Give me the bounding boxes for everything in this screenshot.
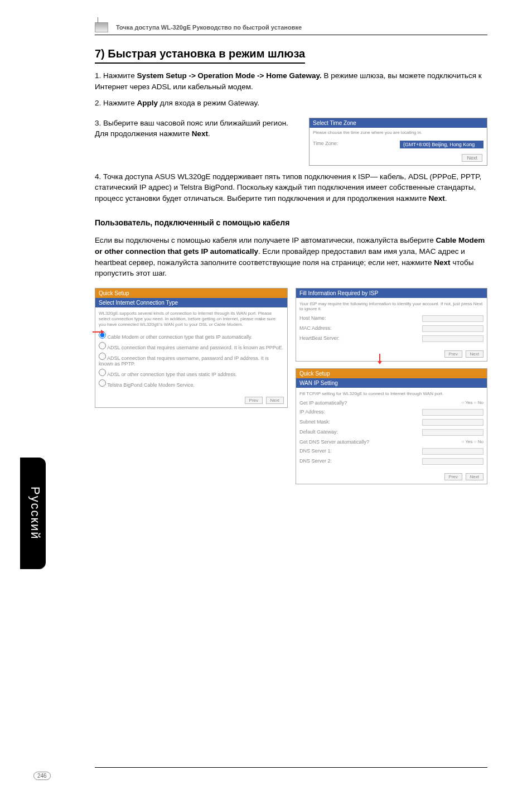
host-name-label: Host Name: bbox=[299, 315, 326, 322]
wan-row: Default Gateway: bbox=[299, 427, 483, 437]
wan-next-button[interactable]: Next bbox=[466, 473, 483, 480]
conn-next-button[interactable]: Next bbox=[266, 397, 284, 404]
wan-row-option[interactable]: ○ Yes ○ No bbox=[462, 439, 483, 445]
opt-pppoe-label: ADSL connection that requires username a… bbox=[107, 345, 283, 350]
wan-prev-button[interactable]: Prev bbox=[444, 473, 462, 480]
wan-row: Get IP automatically?○ Yes ○ No bbox=[299, 398, 483, 407]
opt-cable[interactable]: Cable Modem or other connection type tha… bbox=[99, 331, 284, 340]
page-number: 246 bbox=[33, 772, 51, 780]
step-4: 4. Точка доступа ASUS WL320gE поддержива… bbox=[95, 171, 487, 204]
timezone-panel-desc: Please choose the time zone where you ar… bbox=[309, 128, 487, 137]
wan-row-field[interactable] bbox=[422, 448, 483, 455]
isp-prev-button[interactable]: Prev bbox=[444, 350, 462, 358]
wan-row-label: Get IP automatically? bbox=[299, 400, 347, 406]
conn-prev-button[interactable]: Prev bbox=[245, 397, 263, 404]
wan-row: Get DNS Server automatically?○ Yes ○ No bbox=[299, 437, 483, 446]
step-4-bold: Next bbox=[429, 194, 445, 203]
mac-label: MAC Address: bbox=[299, 325, 332, 332]
cable-p-bold2: Next bbox=[434, 258, 450, 267]
wan-ip-header2: WAN IP Setting bbox=[296, 378, 487, 388]
opt-bigpond-label: Telstra BigPond Cable Modem Service. bbox=[107, 382, 195, 388]
opt-pptp[interactable]: ADSL connection that requires username, … bbox=[99, 353, 284, 367]
heartbeat-label: HeartBeat Server: bbox=[299, 335, 340, 342]
wan-row-label: Get DNS Server automatically? bbox=[299, 439, 369, 445]
step-3-bold: Next bbox=[192, 129, 208, 138]
wan-ip-header1: Quick Setup bbox=[296, 369, 487, 378]
wan-row-label: DNS Server 1: bbox=[299, 448, 332, 455]
wan-row-label: Default Gateway: bbox=[299, 429, 338, 436]
opt-pptp-label: ADSL connection that requires username, … bbox=[99, 355, 269, 367]
opt-cable-label: Cable Modem or other connection type tha… bbox=[108, 334, 253, 340]
cable-paragraph: Если вы подключены с помощью кабеля или … bbox=[95, 235, 487, 278]
connection-type-header2: Select Internet Connection Type bbox=[95, 298, 287, 307]
breadcrumb: Точка доступа WL-320gE Руководство по бы… bbox=[95, 22, 487, 35]
wan-row-option[interactable]: ○ Yes ○ No bbox=[462, 400, 483, 406]
wan-row-label: Subnet Mask: bbox=[299, 419, 330, 426]
cable-p-1: Если вы подключены с помощью кабеля или … bbox=[95, 236, 436, 244]
step-1-prefix: 1. Нажмите bbox=[95, 71, 137, 80]
step-4-text: 4. Точка доступа ASUS WL320gE поддержива… bbox=[95, 172, 481, 203]
heartbeat-field[interactable] bbox=[422, 335, 483, 342]
connection-type-header1: Quick Setup bbox=[95, 288, 287, 298]
step-1: 1. Нажмите System Setup -> Operation Mod… bbox=[95, 70, 487, 92]
step-3: 3. Выберите ваш часовой пояс или ближайш… bbox=[95, 118, 298, 139]
step-2-suffix: для входа в режим Gateway. bbox=[158, 99, 259, 107]
isp-info-desc: Your ISP may require the following infor… bbox=[299, 301, 483, 311]
footer-rule bbox=[95, 767, 487, 768]
timezone-panel-title: Select Time Zone bbox=[309, 118, 487, 128]
router-icon bbox=[95, 22, 108, 32]
connection-type-panel: Quick Setup Select Internet Connection T… bbox=[95, 288, 288, 408]
step-2-prefix: 2. Нажмите bbox=[95, 99, 137, 107]
mac-field[interactable] bbox=[422, 325, 483, 332]
opt-bigpond[interactable]: Telstra BigPond Cable Modem Service. bbox=[99, 379, 284, 388]
language-tab: Русский bbox=[20, 458, 46, 569]
wan-row-field[interactable] bbox=[422, 429, 483, 436]
step-1-bold: System Setup -> Operation Mode -> Home G… bbox=[137, 71, 321, 80]
wan-row: Subnet Mask: bbox=[299, 417, 483, 427]
wan-row: IP Address: bbox=[299, 407, 483, 417]
arrow-right-icon bbox=[93, 331, 101, 333]
opt-static[interactable]: ADSL or other connection type that uses … bbox=[99, 369, 284, 377]
step-3-suffix: . bbox=[208, 129, 210, 138]
wan-row: DNS Server 1: bbox=[299, 446, 483, 456]
opt-pppoe[interactable]: ADSL connection that requires username a… bbox=[99, 342, 284, 350]
timezone-label: Time Zone: bbox=[313, 141, 338, 148]
section-title: 7) Быстрая установка в режим шлюза bbox=[95, 47, 305, 64]
wan-row-field[interactable] bbox=[422, 409, 483, 416]
sub-heading: Пользователь, подключенный с помощью каб… bbox=[95, 218, 487, 227]
host-name-field[interactable] bbox=[422, 315, 483, 322]
wan-row-field[interactable] bbox=[422, 458, 483, 465]
timezone-next-button[interactable]: Next bbox=[462, 154, 482, 162]
wan-row-label: DNS Server 2: bbox=[299, 458, 332, 465]
opt-static-label: ADSL or other connection type that uses … bbox=[107, 372, 237, 377]
isp-info-header: Fill Information Required by ISP bbox=[296, 288, 487, 298]
timezone-select[interactable]: (GMT+8:00) Beijing, Hong Kong bbox=[400, 141, 483, 148]
wan-ip-panel: Quick Setup WAN IP Setting Fill TCP/IP s… bbox=[296, 368, 487, 484]
isp-info-panel: Fill Information Required by ISP Your IS… bbox=[296, 288, 487, 362]
arrow-down-icon bbox=[379, 354, 380, 362]
wan-row-field[interactable] bbox=[422, 419, 483, 426]
step-2: 2. Нажмите Apply для входа в режим Gatew… bbox=[95, 98, 487, 109]
breadcrumb-text: Точка доступа WL-320gE Руководство по бы… bbox=[116, 24, 302, 31]
wan-ip-desc: Fill TCP/IP setting for WL320gE to conne… bbox=[299, 391, 483, 396]
step-4-suffix: . bbox=[445, 194, 447, 203]
wan-row-label: IP Address: bbox=[299, 409, 325, 416]
step-2-bold: Apply bbox=[137, 99, 158, 107]
wan-row: DNS Server 2: bbox=[299, 456, 483, 466]
isp-next-button[interactable]: Next bbox=[466, 350, 483, 358]
connection-type-desc: WL320gE supports several kinds of connec… bbox=[99, 311, 284, 328]
timezone-panel: Select Time Zone Please choose the time … bbox=[309, 118, 487, 166]
